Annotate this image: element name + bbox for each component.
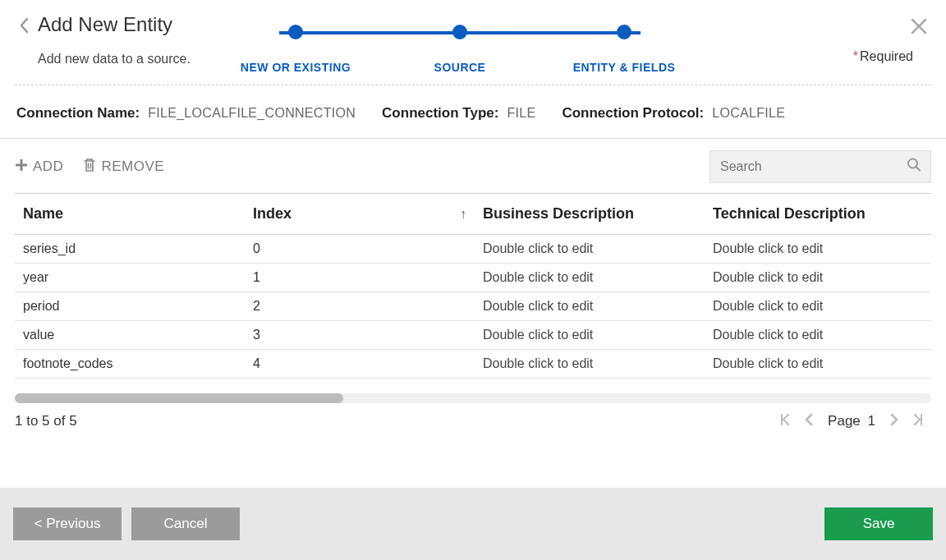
- back-button[interactable]: [15, 13, 33, 38]
- connection-type-value: FILE: [507, 106, 535, 121]
- close-button[interactable]: [910, 16, 928, 39]
- cell-technical-description[interactable]: Double click to edit: [713, 356, 923, 371]
- step-label: SOURCE: [434, 61, 486, 74]
- cell-business-description[interactable]: Double click to edit: [483, 328, 713, 342]
- cell-name: period: [23, 299, 253, 314]
- remove-label: REMOVE: [101, 158, 164, 175]
- close-icon: [910, 17, 928, 35]
- column-header-name[interactable]: Name: [23, 205, 253, 223]
- fields-table: Name Index ↑ Business Description Techni…: [15, 193, 931, 379]
- cell-name: footnote_codes: [23, 356, 253, 371]
- step-source[interactable]: SOURCE: [394, 25, 526, 74]
- chevron-left-icon: [19, 17, 29, 34]
- plus-icon: [15, 158, 28, 174]
- table-header-row: Name Index ↑ Business Description Techni…: [15, 194, 931, 235]
- step-new-or-existing[interactable]: NEW OR EXISTING: [230, 25, 361, 74]
- cell-name: value: [23, 328, 253, 342]
- connection-protocol-value: LOCALFILE: [712, 106, 785, 121]
- chevron-left-icon: [805, 414, 813, 425]
- scrollbar-thumb[interactable]: [15, 393, 343, 403]
- add-label: ADD: [33, 158, 63, 175]
- save-button[interactable]: Save: [824, 507, 933, 540]
- chevron-right-icon: [890, 414, 898, 425]
- first-page-icon: [780, 414, 790, 425]
- column-header-technical-description[interactable]: Technical Description: [713, 205, 923, 223]
- cell-business-description[interactable]: Double click to edit: [483, 299, 713, 314]
- last-page-button[interactable]: [913, 414, 923, 429]
- column-header-index-label: Index: [253, 205, 292, 222]
- footer-bar: < Previous Cancel Save: [0, 488, 946, 560]
- cell-index: 1: [253, 270, 483, 285]
- cell-index: 2: [253, 299, 483, 314]
- pagination-controls: Page 1: [780, 413, 923, 429]
- step-entity-fields[interactable]: ENTITY & FIELDS: [558, 25, 690, 74]
- cell-name: year: [23, 270, 253, 285]
- prev-page-button[interactable]: [805, 414, 813, 429]
- cell-index: 4: [253, 356, 483, 371]
- page-number: 1: [868, 413, 875, 429]
- last-page-icon: [913, 414, 923, 425]
- cell-technical-description[interactable]: Double click to edit: [713, 270, 923, 285]
- page-subtitle: Add new data to a source.: [38, 52, 191, 67]
- cell-business-description[interactable]: Double click to edit: [483, 241, 713, 256]
- step-dot-icon: [288, 25, 303, 39]
- add-button[interactable]: ADD: [15, 158, 63, 175]
- cancel-button[interactable]: Cancel: [131, 507, 240, 540]
- search-input[interactable]: [710, 150, 931, 183]
- remove-button[interactable]: REMOVE: [83, 158, 164, 175]
- page-title: Add New Entity: [38, 13, 191, 37]
- cell-business-description[interactable]: Double click to edit: [483, 270, 713, 285]
- connection-protocol-label: Connection Protocol:: [562, 105, 704, 122]
- connection-info-bar: Connection Name: FILE_LOCALFILE_CONNECTI…: [0, 85, 946, 139]
- table-row[interactable]: value 3 Double click to edit Double clic…: [15, 321, 931, 350]
- table-row[interactable]: period 2 Double click to edit Double cli…: [15, 292, 931, 321]
- connection-name-value: FILE_LOCALFILE_CONNECTION: [148, 106, 356, 121]
- first-page-button[interactable]: [780, 414, 790, 429]
- cell-technical-description[interactable]: Double click to edit: [713, 241, 923, 256]
- connection-name-label: Connection Name:: [16, 105, 140, 122]
- step-dot-icon: [452, 25, 467, 39]
- cell-technical-description[interactable]: Double click to edit: [713, 328, 923, 342]
- step-dot-icon: [617, 25, 631, 39]
- connection-type-label: Connection Type:: [382, 105, 498, 122]
- horizontal-scrollbar[interactable]: [15, 393, 931, 403]
- trash-icon: [83, 158, 96, 175]
- cell-technical-description[interactable]: Double click to edit: [713, 299, 923, 314]
- next-page-button[interactable]: [890, 414, 898, 429]
- step-label: NEW OR EXISTING: [241, 61, 351, 74]
- cell-name: series_id: [23, 241, 253, 256]
- previous-button[interactable]: < Previous: [13, 507, 122, 540]
- step-label: ENTITY & FIELDS: [573, 61, 676, 74]
- column-header-business-description[interactable]: Business Description: [483, 205, 713, 223]
- page-label: Page: [828, 413, 861, 429]
- table-row[interactable]: year 1 Double click to edit Double click…: [15, 264, 931, 292]
- cell-business-description[interactable]: Double click to edit: [483, 356, 713, 371]
- table-row[interactable]: footnote_codes 4 Double click to edit Do…: [15, 350, 931, 379]
- cell-index: 3: [253, 328, 483, 342]
- cell-index: 0: [253, 241, 483, 256]
- sort-ascending-icon: ↑: [460, 207, 466, 222]
- table-row[interactable]: series_id 0 Double click to edit Double …: [15, 235, 931, 264]
- required-label: Required: [860, 49, 913, 63]
- column-header-index[interactable]: Index ↑: [253, 205, 483, 223]
- stepper: NEW OR EXISTING SOURCE ENTITY & FIELDS: [230, 25, 690, 74]
- pagination-range: 1 to 5 of 5: [15, 413, 77, 429]
- required-star-icon: *: [853, 49, 858, 63]
- required-note: *Required: [853, 49, 913, 64]
